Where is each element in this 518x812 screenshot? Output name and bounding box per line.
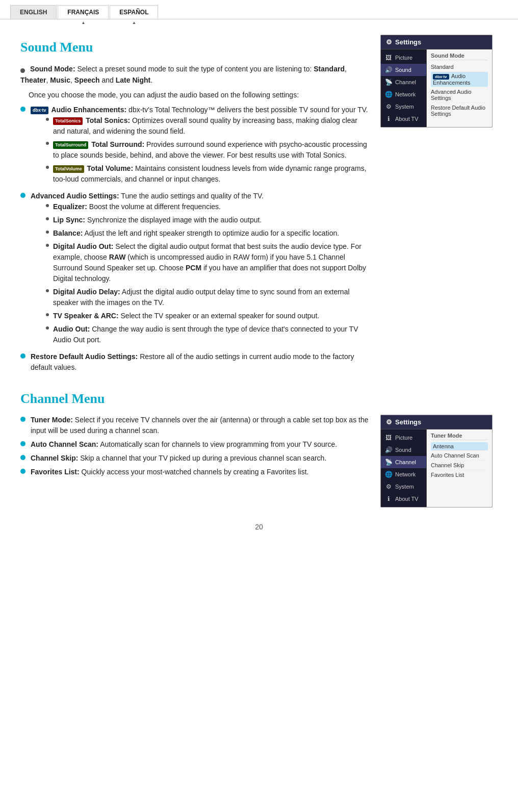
bullet-advanced-audio: Advanced Audio Settings: Tune the audio … xyxy=(20,191,370,348)
sub-lip-sync: Lip Sync: Synchronize the displayed imag… xyxy=(46,215,370,225)
bullet-dot-auto xyxy=(20,441,25,446)
total-volume-content: TotalVolume Total Volume: Maintains cons… xyxy=(53,163,370,185)
ch-channel-label: Channel xyxy=(395,459,416,465)
channel-panel-title: Settings xyxy=(395,418,421,426)
lang-tab-francais[interactable]: FRANÇAIS ▲ xyxy=(58,5,109,19)
sound-menu-picture[interactable]: 🖼 Picture xyxy=(381,52,426,64)
lang-tab-espanol-label: ESPAÑOL xyxy=(119,9,148,16)
sound-content-restore: Restore Default Audio Settings xyxy=(431,103,488,118)
auto-channel-content: Auto Channel Scan: Automatically scan fo… xyxy=(31,439,337,450)
favorites-list-content: Favorites List: Quickly access your most… xyxy=(31,467,308,477)
sound-label: Sound xyxy=(395,67,411,73)
channel-menu-network[interactable]: 🌐 Network xyxy=(381,468,426,480)
sound-menu-system[interactable]: ⚙ System xyxy=(381,100,426,113)
favorites-list-label: Favorites List: xyxy=(31,468,80,476)
channel-menu-section: Channel Menu Tuner Mode: Select if you r… xyxy=(20,391,498,508)
ch-sound-icon: 🔊 xyxy=(385,446,392,453)
ch-channel-icon: 📡 xyxy=(385,459,392,466)
settings-gear-icon: ⚙ xyxy=(386,38,392,46)
restore-audio-content: Restore Default Audio Settings: Restore … xyxy=(31,351,370,373)
sound-settings-menu: 🖼 Picture 🔊 Sound 📡 Channel 🌐 xyxy=(381,49,427,127)
total-sonics-content: TotalSonics Total Sonics: Optimizes over… xyxy=(53,115,370,137)
about-label: About TV xyxy=(395,116,419,122)
lang-tab-english[interactable]: ENGLISH xyxy=(10,5,57,19)
dbx-badge: dbx·tv xyxy=(31,106,49,114)
sound-menu-about[interactable]: ℹ About TV xyxy=(381,113,426,125)
sound-menu-text: Sound Menu Sound Mode: Select a preset s… xyxy=(20,35,370,376)
channel-skip-text: Skip a channel that your TV picked up du… xyxy=(80,454,326,462)
sound-panel-body: 🖼 Picture 🔊 Sound 📡 Channel 🌐 xyxy=(381,49,492,127)
channel-icon: 📡 xyxy=(385,79,392,86)
network-icon: 🌐 xyxy=(385,91,392,98)
channel-content-skip: Channel Skip xyxy=(431,461,488,470)
bullet-auto-channel: Auto Channel Scan: Automatically scan fo… xyxy=(20,439,370,450)
sound-panel-header: ⚙ Settings xyxy=(381,35,492,49)
sound-content-standard: Standard xyxy=(431,62,488,72)
channel-panel-header: ⚙ Settings xyxy=(381,415,492,429)
total-surround-label: Total Surround: xyxy=(91,140,144,148)
ch-system-icon: ⚙ xyxy=(385,483,392,490)
total-surround-content: TotalSurround Total Surround: Provides s… xyxy=(53,139,370,161)
sub-tv-speaker: TV Speaker & ARC: Select the TV speaker … xyxy=(46,311,370,321)
sound-mode-adjust: Once you choose the mode, you can adjust… xyxy=(29,89,370,100)
sound-settings-panel: ⚙ Settings 🖼 Picture 🔊 Sound xyxy=(380,35,498,376)
sound-mode-label: Sound Mode: xyxy=(30,65,75,73)
channel-settings-panel: ⚙ Settings 🖼 Picture 🔊 Sound xyxy=(380,415,498,508)
advanced-audio-label: Advanced Audio Settings: xyxy=(31,192,119,200)
main-content: Sound Menu Sound Mode: Select a preset s… xyxy=(0,19,518,562)
channel-content-antenna: Antenna xyxy=(431,442,488,451)
sound-menu-network[interactable]: 🌐 Network xyxy=(381,88,426,100)
channel-settings-menu: 🖼 Picture 🔊 Sound 📡 Channel xyxy=(381,429,427,507)
sound-content-title: Sound Mode xyxy=(431,53,488,60)
language-tabs: ENGLISH FRANÇAIS ▲ ESPAÑOL ▲ xyxy=(0,5,518,19)
total-volume-badge: TotalVolume xyxy=(53,165,84,173)
sound-mode-para: Sound Mode: Select a preset sound mode t… xyxy=(20,63,370,86)
sub-digital-audio-out: Digital Audio Out: Select the digital au… xyxy=(46,241,370,284)
favorites-list-text: Quickly access your most-watched channel… xyxy=(82,468,309,476)
lang-tab-espanol[interactable]: ESPAÑOL ▲ xyxy=(110,5,158,19)
system-label: System xyxy=(395,104,414,110)
ch-system-label: System xyxy=(395,484,414,490)
sound-panel-title: Settings xyxy=(395,38,421,46)
sound-menu-channel[interactable]: 📡 Channel xyxy=(381,76,426,88)
channel-menu-about[interactable]: ℹ About TV xyxy=(381,493,426,505)
channel-menu-channel[interactable]: 📡 Channel xyxy=(381,456,426,468)
sound-menu-sound[interactable]: 🔊 Sound xyxy=(381,64,426,76)
sound-settings-content: Sound Mode Standard dbx·tv Audio Enhance… xyxy=(427,49,492,127)
sub-bullet-1 xyxy=(46,118,49,121)
sub-bullet-2 xyxy=(46,142,49,145)
bullet-dot-favorites xyxy=(20,469,25,474)
audio-enhancements-label: Audio Enhancements: xyxy=(51,106,126,114)
channel-menu-sound[interactable]: 🔊 Sound xyxy=(381,444,426,456)
bullet-dot-restore xyxy=(20,353,25,359)
sound-menu-section: Sound Menu Sound Mode: Select a preset s… xyxy=(20,35,498,376)
sub-equalizer: Equalizer: Boost the volume at different… xyxy=(46,201,370,212)
page-number-text: 20 xyxy=(255,523,263,531)
sound-content-advanced: Advanced Audio Settings xyxy=(431,87,488,103)
bullet-audio-enhancements: dbx·tv Audio Enhancements: dbx-tv's Tota… xyxy=(20,105,370,188)
channel-skip-label: Channel Skip: xyxy=(31,454,78,462)
ch-network-label: Network xyxy=(395,471,416,477)
channel-menu-picture[interactable]: 🖼 Picture xyxy=(381,432,426,444)
tuner-mode-text: Select if you receive TV channels over t… xyxy=(31,416,369,435)
sub-balance: Balance: Adjust the left and right speak… xyxy=(46,228,370,239)
audio-enhancements-content: dbx·tv Audio Enhancements: dbx-tv's Tota… xyxy=(31,105,370,188)
channel-menu-content: Tuner Mode: Select if you receive TV cha… xyxy=(20,415,498,508)
bullet-sound-mode xyxy=(20,68,25,73)
channel-content-scan: Auto Channel Scan xyxy=(431,451,488,461)
total-volume-label: Total Volume: xyxy=(87,164,133,172)
channel-menu-heading: Channel Menu xyxy=(20,391,498,407)
sub-audio-out: Audio Out: Change the way audio is sent … xyxy=(46,324,370,345)
sound-settings-mockup: ⚙ Settings 🖼 Picture 🔊 Sound xyxy=(380,35,493,128)
lang-tab-english-label: ENGLISH xyxy=(20,9,47,16)
total-sonics-badge: TotalSonics xyxy=(53,117,83,125)
espanol-arrow: ▲ xyxy=(132,20,136,25)
channel-settings-mockup: ⚙ Settings 🖼 Picture 🔊 Sound xyxy=(380,415,493,508)
sound-mode-intro: Sound Mode: Select a preset sound mode t… xyxy=(20,63,370,100)
channel-menu-text: Tuner Mode: Select if you receive TV cha… xyxy=(20,415,370,508)
channel-content-title: Tuner Mode xyxy=(431,433,488,440)
channel-menu-system[interactable]: ⚙ System xyxy=(381,480,426,493)
francais-arrow: ▲ xyxy=(81,20,85,25)
advanced-sub-list: Equalizer: Boost the volume at different… xyxy=(46,201,370,345)
lang-tab-francais-label: FRANÇAIS xyxy=(67,9,99,16)
